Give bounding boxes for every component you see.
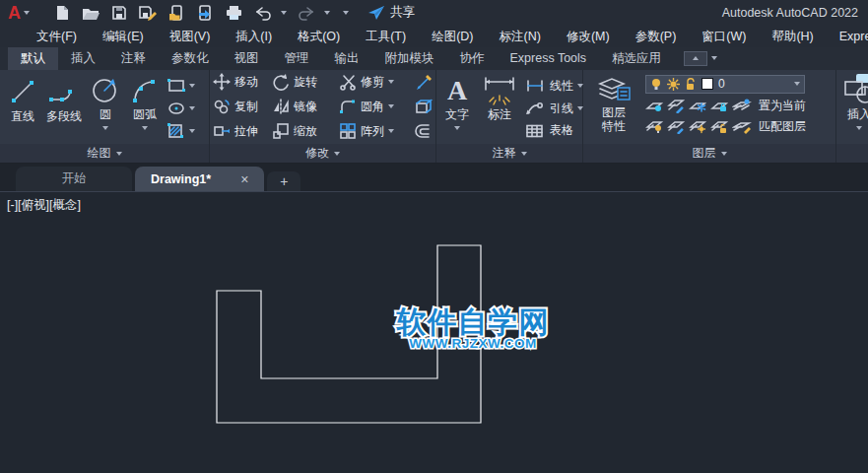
explode-tool-button[interactable] <box>414 98 435 115</box>
save-button[interactable] <box>109 4 129 22</box>
ellipse-tool-button[interactable] <box>167 101 195 116</box>
layer-unlock-all-icon[interactable] <box>710 118 729 134</box>
scale-tool-button[interactable]: 缩放 <box>272 122 339 140</box>
rotate-tool-button[interactable]: 旋转 <box>272 73 339 91</box>
drawing-geometry[interactable]: 软件自学网 WWW.RJZXW.COM <box>0 192 868 473</box>
dimension-tool-button[interactable]: 标注 <box>477 73 522 145</box>
layer-off-icon[interactable] <box>645 118 664 134</box>
ribbon-collapse-button[interactable] <box>684 51 707 66</box>
stretch-tool-button[interactable]: 拉伸 <box>213 122 272 140</box>
ribbon-tab-view[interactable]: 视图 <box>222 47 272 70</box>
ribbon-tab-express-tools[interactable]: Express Tools <box>498 47 600 70</box>
arc-dropdown[interactable] <box>142 126 148 130</box>
close-tab-icon[interactable]: × <box>240 171 248 187</box>
redo-dropdown[interactable] <box>324 11 330 15</box>
insert-block-button[interactable]: 插入 <box>839 73 868 145</box>
menu-edit[interactable]: 编辑(E) <box>90 26 157 47</box>
ellipse-dropdown[interactable] <box>189 106 195 110</box>
app-menu-button[interactable]: A <box>8 4 30 22</box>
ribbon-tab-home[interactable]: 默认 <box>8 47 58 70</box>
menu-window[interactable]: 窗口(W) <box>689 26 759 47</box>
panel-layers-title[interactable]: 图层 <box>583 144 835 163</box>
plot-button[interactable] <box>224 4 243 22</box>
menu-tools[interactable]: 工具(T) <box>353 26 419 47</box>
circle-tool-button[interactable]: 圆 <box>86 73 125 145</box>
table-button[interactable]: 表格 <box>524 122 583 139</box>
panel-annotate-title[interactable]: 注释 <box>436 144 582 163</box>
ribbon-tab-annotate[interactable]: 注释 <box>108 47 159 70</box>
fillet-tool-button[interactable]: 圆角 <box>339 98 414 115</box>
redo-button[interactable] <box>296 4 315 22</box>
qat-customize-button[interactable] <box>343 11 349 15</box>
ribbon-tab-addins[interactable]: 附加模块 <box>372 47 447 70</box>
menu-draw[interactable]: 绘图(D) <box>419 26 486 47</box>
ribbon-tab-output[interactable]: 输出 <box>322 47 372 70</box>
ribbon-tab-insert[interactable]: 插入 <box>58 47 108 70</box>
text-tool-button[interactable]: A 文字 <box>439 73 475 145</box>
mirror-tool-button[interactable]: 镜像 <box>272 98 339 115</box>
layer-lock-icon[interactable] <box>710 98 729 113</box>
polyline-tool-button[interactable]: 多段线 <box>42 73 86 145</box>
ribbon-tab-collaborate[interactable]: 协作 <box>447 47 498 70</box>
start-tab[interactable]: 开始 <box>16 167 132 191</box>
layer-isolate-icon[interactable] <box>645 98 664 113</box>
undo-dropdown[interactable] <box>281 11 287 15</box>
ribbon-tab-featured-apps[interactable]: 精选应用 <box>599 47 674 70</box>
circle-dropdown[interactable] <box>102 126 108 130</box>
fillet-dropdown[interactable] <box>388 104 394 108</box>
insert-dropdown[interactable] <box>856 126 862 130</box>
panel-draw-title[interactable]: 绘图 <box>0 144 209 163</box>
layer-properties-button[interactable]: 图层特性 <box>586 73 641 145</box>
menu-view[interactable]: 视图(V) <box>157 26 224 47</box>
set-current-layer-icon[interactable] <box>732 98 753 113</box>
save-to-mobile-button[interactable] <box>195 4 215 22</box>
menu-format[interactable]: 格式(O) <box>285 26 353 47</box>
menu-insert[interactable]: 插入(I) <box>223 26 285 47</box>
layer-walk-icon[interactable] <box>667 98 686 113</box>
set-current-label[interactable]: 置为当前 <box>759 98 806 114</box>
open-file-button[interactable] <box>81 4 100 22</box>
rectangle-dropdown[interactable] <box>189 84 195 88</box>
array-dropdown[interactable] <box>388 129 394 133</box>
menu-file[interactable]: 文件(F) <box>24 26 90 47</box>
hatch-dropdown[interactable] <box>189 129 195 133</box>
erase-tool-button[interactable] <box>414 73 435 91</box>
menu-help[interactable]: 帮助(H) <box>759 26 826 47</box>
panel-modify-title[interactable]: 修改 <box>210 144 435 163</box>
copy-tool-button[interactable]: 复制 <box>213 98 272 115</box>
leader-button[interactable]: 引线 <box>524 101 583 117</box>
trim-dropdown[interactable] <box>388 80 394 84</box>
layer-match-walk-icon[interactable] <box>667 118 686 134</box>
open-from-mobile-button[interactable] <box>167 4 186 22</box>
arc-tool-button[interactable]: 圆弧 <box>125 73 165 145</box>
rectangle-tool-button[interactable] <box>167 78 195 94</box>
ribbon-tab-manage[interactable]: 管理 <box>272 47 322 70</box>
match-layer-icon[interactable] <box>732 118 753 134</box>
array-tool-button[interactable]: 阵列 <box>339 122 414 140</box>
ribbon-tab-parametric[interactable]: 参数化 <box>159 47 222 70</box>
move-tool-button[interactable]: 移动 <box>213 73 272 91</box>
trim-tool-button[interactable]: 修剪 <box>339 73 414 91</box>
layer-select-combo[interactable]: 0 <box>645 75 805 94</box>
ribbon-collapse-dropdown[interactable] <box>711 56 717 60</box>
match-layer-label[interactable]: 匹配图层 <box>759 118 806 135</box>
line-tool-button[interactable]: 直线 <box>3 73 42 145</box>
layer-freeze-icon[interactable] <box>689 98 707 113</box>
linear-dim-button[interactable]: 线性 <box>524 78 583 95</box>
offset-tool-button[interactable] <box>414 122 435 140</box>
menu-parametric[interactable]: 参数(P) <box>623 26 690 47</box>
save-as-button[interactable] <box>138 4 158 22</box>
new-drawing-tab-button[interactable]: + <box>267 171 300 191</box>
menu-dimension[interactable]: 标注(N) <box>487 26 554 47</box>
text-dropdown[interactable] <box>454 126 460 130</box>
hatch-tool-button[interactable] <box>167 123 195 139</box>
layer-combo-dropdown[interactable] <box>794 82 800 86</box>
share-button[interactable]: 共享 <box>367 4 415 21</box>
menu-modify[interactable]: 修改(M) <box>554 26 623 47</box>
drawing-canvas[interactable]: [-][俯视][概念] 软件自学网 WWW.RJZXW.COM <box>0 191 868 473</box>
menu-express[interactable]: Express <box>827 26 868 47</box>
new-file-button[interactable] <box>52 4 72 22</box>
drawing1-tab[interactable]: Drawing1* × <box>135 167 264 191</box>
layer-thaw-all-icon[interactable] <box>689 118 707 134</box>
undo-button[interactable] <box>252 4 272 22</box>
